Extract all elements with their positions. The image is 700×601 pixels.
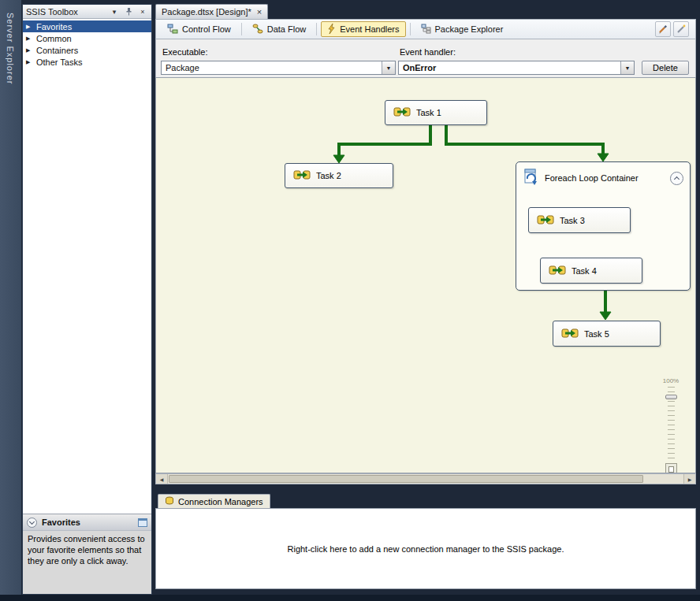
toolbox-item-label: Favorites (36, 22, 72, 32)
task-label: Task 4 (572, 266, 597, 276)
task-node[interactable]: Task 3 (528, 207, 631, 233)
toolbar-separator (410, 23, 411, 35)
expand-arrow-icon[interactable]: ▶ (26, 24, 32, 30)
executable-dropdown[interactable]: Package ▼ (161, 61, 396, 75)
foreach-loop-container[interactable]: Foreach Loop Container Task 3 Task 4 (516, 161, 691, 291)
scrollbar-thumb[interactable] (169, 475, 643, 483)
document-area: Package.dtsx [Design]* × Control Flow Da… (155, 4, 696, 595)
chevron-down-icon[interactable] (27, 518, 37, 528)
event-handler-dropdown[interactable]: OnError ▼ (398, 61, 635, 75)
toolbox-item-favorites[interactable]: ▶ Favorites (23, 20, 151, 32)
zoom-control: 100% (661, 377, 680, 473)
toolbox-item-containers[interactable]: ▶ Containers (23, 44, 151, 56)
data-flow-icon (252, 24, 263, 35)
event-handler-label: Event handler: (400, 47, 456, 57)
toolbox-tree: ▶ Favorites ▶ Common ▶ Containers ▶ Othe… (23, 19, 151, 514)
status-bar (0, 595, 700, 601)
ssis-toolbox-panel: SSIS Toolbox ▾ × ▶ Favorites ▶ Common ▶ … (22, 4, 152, 595)
favorites-panel-title: Favorites (42, 518, 133, 527)
task-node[interactable]: Task 4 (540, 258, 642, 284)
task-icon (549, 265, 566, 277)
toolbox-item-label: Other Tasks (36, 58, 83, 67)
control-flow-icon (167, 24, 178, 35)
favorites-description-text: Provides convenient access to your favor… (23, 531, 151, 594)
toolbox-item-label: Common (36, 34, 72, 43)
event-handler-bar: Executable: Event handler: Package ▼ OnE… (155, 39, 696, 77)
pin-icon[interactable] (123, 6, 134, 17)
task-icon (561, 328, 579, 340)
toolbox-title: SSIS Toolbox (26, 7, 106, 17)
toolbar-separator (241, 23, 242, 35)
collapse-chevron-icon[interactable] (670, 172, 683, 185)
task-node[interactable]: Task 1 (385, 100, 487, 125)
tab-control-flow[interactable]: Control Flow (161, 21, 237, 37)
connection-managers-empty-text: Right-click here to add a new connection… (288, 544, 564, 554)
design-surface[interactable]: Task 1 Task 2 Foreach Loop Container Tas… (155, 77, 696, 473)
connection-managers-tab[interactable]: Connection Managers (158, 494, 270, 508)
task-icon (537, 214, 554, 227)
tab-event-handlers[interactable]: Event Handlers (321, 21, 405, 37)
close-icon[interactable]: × (137, 6, 148, 17)
foreach-loop-icon (523, 168, 538, 188)
window-menu-icon[interactable]: ▾ (109, 6, 120, 17)
panel-options-icon[interactable] (138, 518, 147, 527)
connection-managers-panel[interactable]: Right-click here to add a new connection… (155, 508, 696, 589)
favorites-description-header[interactable]: Favorites (23, 514, 151, 531)
toolbar-separator (316, 23, 317, 35)
horizontal-scrollbar[interactable]: ◀ ▶ (155, 473, 696, 484)
task-node[interactable]: Task 2 (285, 163, 393, 188)
pencil-icon[interactable] (655, 21, 671, 37)
task-icon (293, 169, 311, 182)
lightning-icon (327, 24, 336, 35)
zoom-slider[interactable] (668, 387, 675, 459)
toolbox-header: SSIS Toolbox ▾ × (23, 5, 151, 19)
task-label: Task 1 (416, 108, 441, 117)
toolbox-item-common[interactable]: ▶ Common (23, 32, 151, 44)
side-tab-strip: Server Explorer (0, 0, 21, 595)
chevron-down-icon[interactable]: ▼ (620, 61, 634, 74)
zoom-level-label: 100% (661, 377, 680, 384)
connection-manager-icon (165, 496, 174, 507)
scroll-left-icon[interactable]: ◀ (156, 474, 168, 484)
expand-arrow-icon[interactable]: ▶ (26, 35, 32, 42)
scroll-right-icon[interactable]: ▶ (683, 474, 695, 484)
connection-managers-tab-label: Connection Managers (178, 497, 263, 506)
task-node[interactable]: Task 5 (553, 321, 661, 347)
fit-to-window-button[interactable] (665, 463, 677, 473)
scrollbar-track[interactable] (168, 474, 683, 484)
toolbox-item-label: Containers (36, 46, 78, 55)
tab-package-explorer[interactable]: Package Explorer (415, 21, 510, 37)
task-icon (393, 106, 411, 119)
designer-toolbar: Control Flow Data Flow Event Handlers Pa… (155, 19, 696, 39)
task-label: Task 5 (584, 329, 609, 339)
package-explorer-icon (421, 24, 431, 35)
document-tabstrip: Package.dtsx [Design]* × (155, 4, 696, 19)
document-tab-title: Package.dtsx [Design]* (162, 7, 251, 17)
server-explorer-tab[interactable]: Server Explorer (6, 13, 15, 84)
wand-icon[interactable] (673, 21, 689, 37)
container-header: Foreach Loop Container (516, 162, 690, 194)
tab-data-flow[interactable]: Data Flow (246, 21, 313, 37)
task-label: Task 3 (560, 216, 585, 225)
delete-button[interactable]: Delete (642, 61, 689, 75)
expand-arrow-icon[interactable]: ▶ (26, 47, 32, 54)
task-label: Task 2 (316, 171, 341, 180)
close-icon[interactable]: × (257, 8, 262, 17)
executable-label: Executable: (162, 47, 207, 57)
container-title: Foreach Loop Container (545, 173, 664, 183)
document-tab[interactable]: Package.dtsx [Design]* × (155, 4, 268, 19)
zoom-slider-thumb[interactable] (665, 395, 677, 399)
chevron-down-icon[interactable]: ▼ (382, 61, 395, 74)
toolbox-item-other-tasks[interactable]: ▶ Other Tasks (23, 56, 151, 68)
expand-arrow-icon[interactable]: ▶ (26, 59, 32, 65)
